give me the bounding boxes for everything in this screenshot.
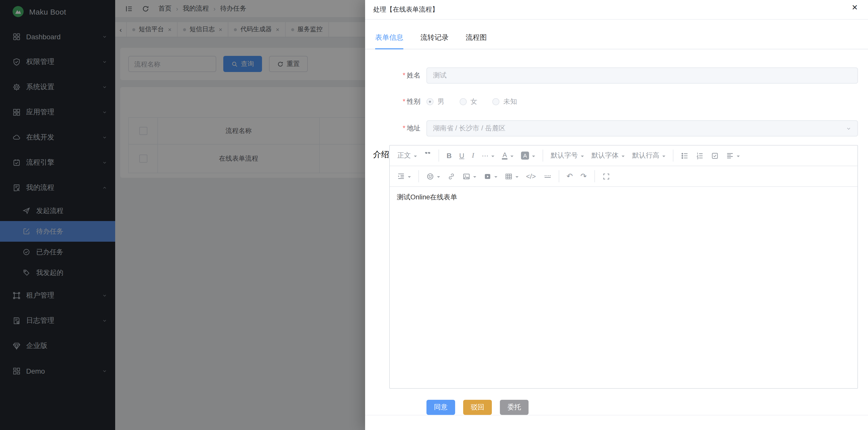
agree-button[interactable]: 同意 — [427, 400, 455, 415]
radio-checked-icon — [427, 98, 434, 105]
caret-down-icon — [737, 155, 740, 159]
undo-icon[interactable]: ↶ — [563, 170, 576, 183]
caret-down-icon — [494, 176, 497, 179]
more-styles-dropdown[interactable]: ⋯ — [478, 149, 498, 162]
caret-down-icon — [581, 155, 584, 159]
radio-icon — [492, 98, 499, 105]
drawer-body: *姓名 测试 *性别 男 女 未知 *地址 — [365, 67, 868, 415]
caret-down-icon — [516, 176, 519, 179]
emoji-dropdown[interactable] — [423, 170, 443, 183]
required-asterisk: * — [403, 98, 405, 105]
editor-toolbar-row-2: </> ↶ ↷ — [390, 166, 858, 187]
toolbar-separator — [542, 149, 543, 162]
bullet-list-icon[interactable] — [677, 149, 692, 162]
gender-option-female[interactable]: 女 — [459, 97, 477, 106]
caret-down-icon — [510, 155, 514, 159]
italic-icon[interactable]: I — [468, 149, 478, 162]
table-dropdown[interactable] — [501, 170, 522, 183]
caret-down-icon — [662, 155, 665, 159]
radio-icon — [459, 98, 466, 105]
caret-down-icon — [473, 176, 476, 179]
form-row-intro: 介绍 正文 “ B U I ⋯ A A 默认字号 默认字体 — [365, 145, 868, 389]
required-asterisk: * — [403, 124, 405, 132]
caret-down-icon — [532, 155, 535, 159]
bold-icon[interactable]: B — [443, 149, 455, 162]
chevron-down-icon — [846, 125, 851, 131]
gender-label: *性别 — [373, 97, 427, 106]
editor-content[interactable]: 测试Online在线表单 — [390, 187, 858, 388]
gender-option-male[interactable]: 男 — [427, 97, 444, 106]
address-value: 湖南省 / 长沙市 / 岳麓区 — [433, 124, 505, 133]
underline-icon[interactable]: U — [456, 149, 468, 162]
image-dropdown[interactable] — [459, 170, 480, 183]
blockquote-icon[interactable]: “ — [421, 149, 434, 162]
paragraph-style-dropdown[interactable]: 正文 — [394, 149, 421, 162]
radio-label: 男 — [437, 97, 444, 106]
form-row-address: *地址 湖南省 / 长沙市 / 岳麓区 — [365, 120, 868, 137]
toolbar-separator — [438, 149, 439, 162]
caret-down-icon — [437, 176, 440, 179]
address-select[interactable]: 湖南省 / 长沙市 / 岳麓区 — [427, 120, 858, 137]
tab-flow-diagram[interactable]: 流程图 — [466, 33, 487, 49]
font-family-dropdown[interactable]: 默认字体 — [588, 149, 628, 162]
code-block-icon[interactable]: </> — [523, 170, 539, 183]
process-drawer: 处理【在线表单流程】 ✕ 表单信息 流转记录 流程图 *姓名 测试 *性别 男 — [365, 0, 868, 430]
caret-down-icon — [622, 155, 625, 159]
name-label: *姓名 — [373, 71, 427, 80]
form-row-name: *姓名 测试 — [365, 67, 868, 84]
divider-icon[interactable] — [540, 170, 554, 183]
drawer-tabs: 表单信息 流转记录 流程图 — [365, 20, 868, 49]
required-asterisk: * — [403, 71, 405, 79]
toolbar-separator — [673, 149, 673, 162]
delegate-button[interactable]: 委托 — [500, 400, 529, 415]
drawer-header: 处理【在线表单流程】 ✕ — [365, 0, 868, 20]
tab-form-info[interactable]: 表单信息 — [375, 33, 403, 49]
drawer-title: 处理【在线表单流程】 — [373, 5, 438, 14]
indent-dropdown[interactable] — [394, 170, 414, 183]
form-row-gender: *性别 男 女 未知 — [365, 97, 868, 106]
redo-icon[interactable]: ↷ — [577, 170, 590, 183]
app-root: Maku Boot Dashboard 权限管理 系统设置 应用管理 — [0, 0, 868, 430]
video-dropdown[interactable] — [480, 170, 501, 183]
fullscreen-icon[interactable] — [599, 170, 613, 183]
link-icon[interactable] — [444, 170, 459, 183]
tab-flow-records[interactable]: 流转记录 — [421, 33, 448, 49]
close-icon[interactable]: ✕ — [851, 3, 858, 11]
intro-label: 介绍 — [373, 145, 389, 160]
radio-label: 未知 — [503, 97, 517, 106]
toolbar-separator — [558, 170, 559, 182]
address-label: *地址 — [373, 124, 427, 133]
name-field[interactable]: 测试 — [427, 67, 858, 84]
gender-option-unknown[interactable]: 未知 — [492, 97, 517, 106]
caret-down-icon — [414, 155, 417, 159]
radio-label: 女 — [470, 97, 477, 106]
align-dropdown[interactable] — [723, 149, 743, 162]
font-color-dropdown[interactable]: A — [499, 149, 517, 162]
caret-down-icon — [492, 155, 495, 159]
ordered-list-icon[interactable] — [692, 149, 707, 162]
reject-button[interactable]: 驳回 — [463, 400, 492, 415]
bg-color-dropdown[interactable]: A — [518, 149, 538, 162]
font-size-dropdown[interactable]: 默认字号 — [547, 149, 587, 162]
drawer-footer-divider — [365, 415, 868, 415]
line-height-dropdown[interactable]: 默认行高 — [629, 149, 669, 162]
drawer-actions: 同意 驳回 委托 — [365, 389, 868, 415]
modal-overlay[interactable] — [0, 0, 365, 430]
toolbar-separator — [594, 170, 595, 182]
caret-down-icon — [408, 176, 411, 179]
editor-toolbar-row-1: 正文 “ B U I ⋯ A A 默认字号 默认字体 默认行高 — [390, 145, 858, 166]
task-list-icon[interactable] — [708, 149, 722, 162]
toolbar-separator — [418, 170, 419, 182]
rich-text-editor: 正文 “ B U I ⋯ A A 默认字号 默认字体 默认行高 — [389, 145, 858, 389]
